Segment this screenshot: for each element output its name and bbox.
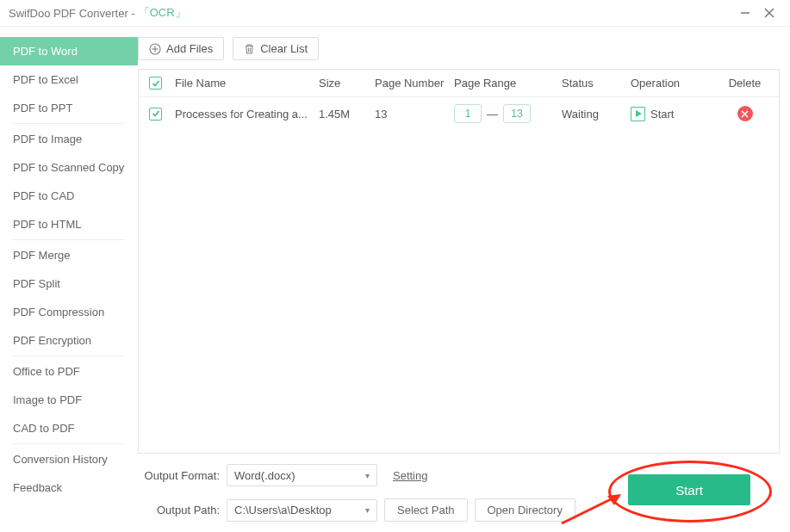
file-table: File Name Size Page Number Page Range St…: [138, 69, 780, 454]
col-size: Size: [319, 77, 375, 90]
file-name: Processes for Creating a...: [175, 108, 319, 121]
add-files-button[interactable]: Add Files: [138, 37, 224, 60]
sidebar-item-conversion-history[interactable]: Conversion History: [0, 445, 138, 473]
sidebar-item-pdf-to-excel[interactable]: PDF to Excel: [0, 65, 138, 94]
sidebar: PDF to WordPDF to ExcelPDF to PPTPDF to …: [0, 27, 138, 532]
sidebar-item-feedback[interactable]: Feedback: [0, 473, 138, 502]
sidebar-item-pdf-compression[interactable]: PDF Compression: [0, 298, 138, 326]
sidebar-item-pdf-to-cad[interactable]: PDF to CAD: [0, 182, 138, 210]
sidebar-item-pdf-to-html[interactable]: PDF to HTML: [0, 210, 138, 238]
page-number: 13: [375, 108, 454, 121]
status: Waiting: [562, 108, 631, 121]
start-button[interactable]: Start: [628, 474, 750, 505]
page-from-input[interactable]: [454, 104, 482, 123]
output-format-select[interactable]: Word(.docx) ▾: [227, 464, 377, 486]
play-icon[interactable]: [631, 107, 645, 121]
sidebar-item-pdf-to-ppt[interactable]: PDF to PPT: [0, 94, 138, 122]
delete-button[interactable]: [737, 106, 753, 121]
add-files-label: Add Files: [166, 42, 213, 55]
col-operation: Operation: [631, 77, 721, 90]
sidebar-item-cad-to-pdf[interactable]: CAD to PDF: [0, 414, 138, 442]
sidebar-item-pdf-encryption[interactable]: PDF Encryption: [0, 326, 138, 355]
sidebar-item-office-to-pdf[interactable]: Office to PDF: [0, 357, 138, 386]
output-path-value: C:\Users\a\Desktop: [234, 504, 332, 517]
trash-icon: [244, 43, 255, 55]
close-button[interactable]: [757, 1, 781, 25]
select-all-checkbox[interactable]: [149, 77, 162, 90]
output-path-label: Output Path:: [138, 504, 220, 517]
caret-down-icon: ▾: [365, 471, 370, 480]
row-checkbox[interactable]: [149, 108, 162, 121]
sidebar-item-image-to-pdf[interactable]: Image to PDF: [0, 386, 138, 414]
output-path-select[interactable]: C:\Users\a\Desktop ▾: [227, 499, 377, 522]
minimize-button[interactable]: [733, 1, 757, 25]
col-range: Page Range: [454, 77, 562, 90]
app-title: SwifDoo PDF Converter -: [9, 7, 135, 20]
svg-marker-6: [636, 110, 642, 117]
select-path-button[interactable]: Select Path: [384, 498, 468, 522]
clear-list-label: Clear List: [260, 42, 308, 55]
clear-list-button[interactable]: Clear List: [233, 37, 319, 60]
caret-down-icon: ▾: [365, 505, 370, 515]
sidebar-item-pdf-split[interactable]: PDF Split: [0, 269, 138, 298]
col-delete: Delete: [721, 77, 768, 90]
sidebar-item-pdf-merge[interactable]: PDF Merge: [0, 241, 138, 269]
file-size: 1.45M: [319, 108, 375, 121]
sidebar-item-pdf-to-image[interactable]: PDF to Image: [0, 125, 138, 153]
ocr-badge[interactable]: OCR: [139, 5, 186, 21]
sidebar-item-pdf-to-scanned-copy[interactable]: PDF to Scanned Copy: [0, 153, 138, 182]
row-start-button[interactable]: Start: [650, 108, 674, 121]
output-format-label: Output Format:: [138, 469, 220, 482]
output-format-value: Word(.docx): [234, 469, 295, 482]
table-row: Processes for Creating a...1.45M13—Waiti…: [139, 97, 779, 130]
open-directory-button[interactable]: Open Directory: [475, 498, 575, 522]
col-filename: File Name: [175, 77, 319, 90]
plus-icon: [149, 43, 161, 55]
col-status: Status: [562, 77, 631, 90]
sidebar-item-pdf-to-word[interactable]: PDF to Word: [0, 37, 138, 65]
page-to-input[interactable]: [503, 104, 531, 123]
col-page: Page Number: [375, 77, 454, 90]
setting-link[interactable]: Setting: [393, 469, 427, 482]
